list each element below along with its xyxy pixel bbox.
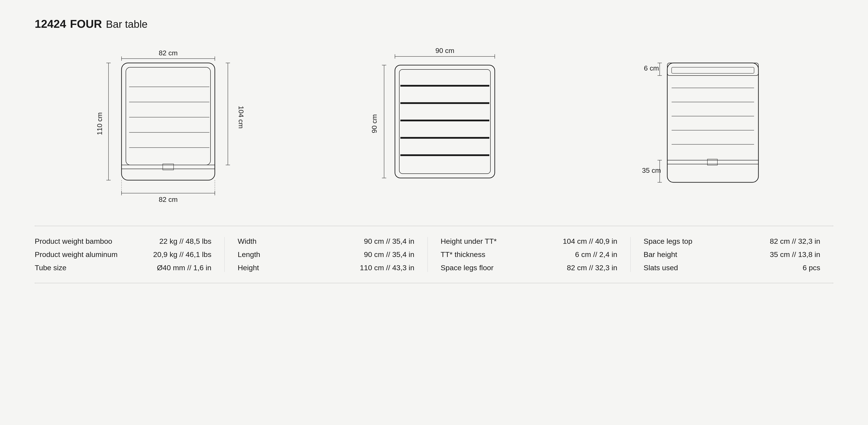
svg-rect-51	[667, 63, 758, 75]
spec-label-slats-used: Slats used	[644, 264, 678, 272]
spec-label-length: Length	[238, 250, 260, 259]
svg-rect-53	[667, 160, 758, 164]
svg-rect-35	[395, 65, 495, 178]
spec-value-tt-thickness: 6 cm // 2,4 in	[575, 250, 617, 259]
spec-value-pw-bamboo: 22 kg // 48,5 lbs	[159, 237, 211, 245]
spec-row: Height 110 cm // 43,3 in	[238, 264, 414, 272]
svg-rect-14	[122, 165, 215, 169]
spec-value-pw-aluminum: 20,9 kg // 46,1 lbs	[153, 250, 211, 259]
svg-text:35 cm: 35 cm	[642, 166, 661, 174]
spec-value-space-legs-floor: 82 cm // 32,3 in	[567, 264, 617, 272]
spec-group-1: Product weight bamboo 22 kg // 48,5 lbs …	[35, 237, 225, 272]
header: 12424 FOUR Bar table	[35, 18, 833, 30]
spec-row: Bar height 35 cm // 13,8 in	[644, 250, 820, 259]
page: 12424 FOUR Bar table 82 cm 110 cm	[0, 0, 868, 425]
product-code: 12424	[35, 18, 66, 30]
svg-text:104 cm: 104 cm	[237, 106, 245, 129]
spec-label-bar-height: Bar height	[644, 250, 677, 259]
side-view-svg: 6 cm 35 cm	[633, 43, 777, 208]
spec-row: Length 90 cm // 35,4 in	[238, 250, 414, 259]
side-view: 6 cm 35 cm	[633, 43, 777, 208]
spec-row: Slats used 6 pcs	[644, 264, 820, 272]
front-view: 82 cm 110 cm 104 cm	[91, 43, 256, 208]
spec-row: TT* thickness 6 cm // 2,4 in	[441, 250, 617, 259]
spec-row: Height under TT* 104 cm // 40,9 in	[441, 237, 617, 245]
spec-row: Width 90 cm // 35,4 in	[238, 237, 414, 245]
spec-label-height: Height	[238, 264, 259, 272]
spec-value-height: 110 cm // 43,3 in	[360, 264, 414, 272]
top-view-svg: 90 cm 90 cm	[369, 43, 521, 208]
spec-group-2: Width 90 cm // 35,4 in Length 90 cm // 3…	[225, 237, 428, 272]
specs-section: Product weight bamboo 22 kg // 48,5 lbs …	[35, 226, 833, 283]
svg-text:90 cm: 90 cm	[370, 114, 378, 133]
spec-group-4: Space legs top 82 cm // 32,3 in Bar heig…	[630, 237, 833, 272]
spec-value-tube-size: Ø40 mm // 1,6 in	[157, 264, 211, 272]
spec-row: Tube size Ø40 mm // 1,6 in	[35, 264, 211, 272]
spec-label-space-legs-top: Space legs top	[644, 237, 692, 245]
svg-text:6 cm: 6 cm	[644, 64, 659, 72]
svg-text:82 cm: 82 cm	[159, 49, 178, 57]
svg-text:82 cm: 82 cm	[159, 195, 178, 203]
spec-value-length: 90 cm // 35,4 in	[364, 250, 414, 259]
spec-value-width: 90 cm // 35,4 in	[364, 237, 414, 245]
svg-rect-13	[126, 67, 211, 165]
spec-value-space-legs-top: 82 cm // 32,3 in	[770, 237, 820, 245]
spec-row: Product weight aluminum 20,9 kg // 46,1 …	[35, 250, 211, 259]
spec-value-height-under-tt: 104 cm // 40,9 in	[563, 237, 617, 245]
spec-label-width: Width	[238, 237, 256, 245]
spec-value-slats-used: 6 pcs	[803, 264, 820, 272]
spec-label-pw-aluminum: Product weight aluminum	[35, 250, 118, 259]
spec-label-height-under-tt: Height under TT*	[441, 237, 497, 245]
spec-row: Space legs floor 82 cm // 32,3 in	[441, 264, 617, 272]
svg-rect-52	[672, 67, 754, 73]
drawings-area: 82 cm 110 cm 104 cm	[35, 43, 833, 208]
spec-value-bar-height: 35 cm // 13,8 in	[770, 250, 820, 259]
top-view: 90 cm 90 cm	[369, 43, 521, 208]
spec-group-3: Height under TT* 104 cm // 40,9 in TT* t…	[428, 237, 630, 272]
product-name: FOUR	[70, 18, 102, 30]
front-view-svg: 82 cm 110 cm 104 cm	[91, 43, 256, 208]
svg-text:90 cm: 90 cm	[435, 47, 454, 55]
svg-rect-12	[122, 63, 215, 180]
svg-rect-50	[667, 63, 758, 182]
spec-label-tube-size: Tube size	[35, 264, 66, 272]
spec-label-tt-thickness: TT* thickness	[441, 250, 486, 259]
product-type: Bar table	[106, 18, 148, 30]
svg-text:110 cm: 110 cm	[96, 113, 103, 135]
spec-row: Space legs top 82 cm // 32,3 in	[644, 237, 820, 245]
spec-label-space-legs-floor: Space legs floor	[441, 264, 494, 272]
spec-row: Product weight bamboo 22 kg // 48,5 lbs	[35, 237, 211, 245]
spec-label-pw-bamboo: Product weight bamboo	[35, 237, 112, 245]
